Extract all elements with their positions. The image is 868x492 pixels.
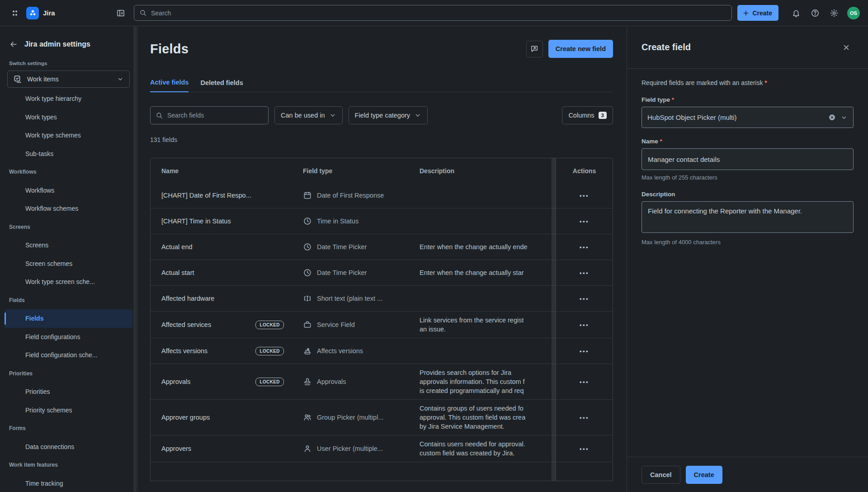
column-header-field-type[interactable]: Field type bbox=[292, 158, 409, 184]
field-type-text: Date of First Response bbox=[317, 192, 384, 199]
chevron-down-icon bbox=[840, 114, 848, 121]
field-type-text: Short text (plain text ... bbox=[317, 295, 382, 302]
name-label-text: Name bbox=[642, 138, 658, 145]
field-type-text: Affects versions bbox=[317, 347, 363, 355]
sidebar-item-work-types[interactable]: Work types bbox=[5, 108, 132, 127]
row-actions-button[interactable]: ••• bbox=[576, 377, 593, 387]
columns-button[interactable]: Columns 3 bbox=[562, 106, 613, 124]
search-icon bbox=[156, 112, 163, 119]
user-icon bbox=[303, 444, 312, 453]
app-grid-icon bbox=[11, 9, 19, 17]
row-actions-button[interactable]: ••• bbox=[576, 444, 593, 454]
sidebar-item-priority-schemes[interactable]: Priority schemes bbox=[5, 401, 132, 420]
table-row-approvals: ApprovalsLOCKEDApprovalsProvides search … bbox=[151, 364, 613, 399]
column-header-name[interactable]: Name bbox=[151, 158, 292, 184]
description-textarea[interactable]: Field for connecting the Reporter with t… bbox=[642, 201, 854, 233]
table-row-actual-start: Actual startDate Time PickerEnter when t… bbox=[151, 260, 613, 285]
table-row-affects-versions: Affects versionsLOCKEDAffects versions••… bbox=[151, 338, 613, 364]
sidebar-item-time-tracking[interactable]: Time tracking bbox=[5, 474, 132, 492]
column-header-description[interactable]: Description bbox=[409, 158, 556, 184]
user-avatar[interactable]: OS bbox=[847, 7, 860, 19]
row-actions-button[interactable]: ••• bbox=[576, 346, 593, 356]
field-type-label-text: Field type bbox=[642, 96, 670, 103]
table-row-approver-groups: Approver groupsGroup Picker (multipl...C… bbox=[151, 399, 613, 435]
search-fields[interactable] bbox=[150, 106, 269, 124]
sidebar-scrollbar[interactable] bbox=[133, 26, 137, 492]
sidebar-item-work-type-screen-sche[interactable]: Work type screen sche... bbox=[5, 273, 132, 291]
switch-settings-label: Switch settings bbox=[0, 61, 137, 66]
sidebar-item-workflow-schemes[interactable]: Workflow schemes bbox=[5, 199, 132, 218]
sidebar-item-screens[interactable]: Screens bbox=[5, 236, 132, 255]
settings-switcher[interactable]: Work items bbox=[7, 71, 130, 88]
sidebar-section-fields: Fields bbox=[0, 291, 137, 310]
back-arrow-icon[interactable] bbox=[9, 40, 18, 49]
row-actions-button[interactable]: ••• bbox=[576, 293, 593, 304]
service-icon bbox=[303, 320, 312, 329]
sidebar-item-fields[interactable]: Fields bbox=[5, 309, 132, 328]
field-type-select[interactable]: HubSpot Object Picker (multi) bbox=[642, 107, 854, 128]
table-scrollbar[interactable] bbox=[552, 158, 556, 481]
field-type-text: Date Time Picker bbox=[317, 269, 367, 276]
sidebar-item-work-type-hierarchy[interactable]: Work type hierarchy bbox=[5, 90, 132, 108]
sidebar-item-work-type-schemes[interactable]: Work type schemes bbox=[5, 126, 132, 145]
jira-logo[interactable]: Jira bbox=[26, 7, 55, 19]
field-type-category-filter[interactable]: Field type category bbox=[349, 106, 428, 124]
sidebar-nav: Work type hierarchyWork typesWork type s… bbox=[0, 90, 137, 492]
name-input[interactable] bbox=[642, 148, 854, 170]
sidebar-item-screen-schemes[interactable]: Screen schemes bbox=[5, 255, 132, 273]
settings-button[interactable] bbox=[826, 5, 842, 21]
cancel-button[interactable]: Cancel bbox=[642, 466, 680, 484]
global-create-label: Create bbox=[752, 9, 772, 17]
collapse-sidebar-button[interactable] bbox=[113, 5, 128, 21]
field-name: Affects versions bbox=[161, 347, 208, 355]
field-name: Affected hardware bbox=[161, 295, 214, 302]
field-name: Affected services bbox=[161, 321, 211, 328]
field-name: Approver groups bbox=[161, 414, 210, 421]
field-type-text: Service Field bbox=[317, 321, 355, 328]
sidebar-item-priorities[interactable]: Priorities bbox=[5, 383, 132, 401]
can-be-used-in-filter[interactable]: Can be used in bbox=[274, 106, 343, 124]
field-description bbox=[409, 286, 556, 311]
close-panel-button[interactable] bbox=[839, 40, 854, 55]
sidebar-section-screens: Screens bbox=[0, 218, 137, 237]
fields-count: 131 fields bbox=[150, 136, 613, 143]
panel-footer: Cancel Create bbox=[627, 457, 868, 492]
notifications-button[interactable] bbox=[788, 5, 804, 21]
row-actions-button[interactable]: ••• bbox=[576, 268, 593, 278]
required-asterisk: * bbox=[672, 96, 674, 103]
sidebar-item-sub-tasks[interactable]: Sub-tasks bbox=[5, 145, 132, 163]
feedback-button[interactable] bbox=[526, 41, 543, 57]
chevron-down-icon bbox=[414, 112, 421, 119]
row-actions-button[interactable]: ••• bbox=[576, 320, 593, 330]
short-text-icon bbox=[303, 294, 312, 303]
top-bar: Jira Create OS bbox=[0, 0, 868, 26]
row-actions-button[interactable]: ••• bbox=[576, 216, 593, 227]
global-search[interactable] bbox=[134, 5, 732, 21]
sidebar-item-data-connections[interactable]: Data connections bbox=[5, 438, 132, 456]
help-icon bbox=[811, 9, 820, 18]
global-search-input[interactable] bbox=[151, 9, 726, 17]
app-switcher-button[interactable] bbox=[7, 5, 23, 21]
search-fields-input[interactable] bbox=[167, 112, 263, 119]
create-field-submit-button[interactable]: Create bbox=[686, 466, 722, 484]
bell-icon bbox=[792, 9, 801, 18]
clear-selection-icon[interactable] bbox=[828, 114, 836, 121]
tab-active-fields[interactable]: Active fields bbox=[150, 79, 189, 92]
tab-deleted-fields[interactable]: Deleted fields bbox=[200, 79, 243, 92]
field-description: Enter when the change actually ende bbox=[409, 234, 556, 260]
sidebar-item-field-configuration-sche[interactable]: Field configuration sche... bbox=[5, 346, 132, 364]
fields-table: Name Field type Description Actions [CHA… bbox=[150, 158, 613, 481]
approvals-icon bbox=[303, 377, 312, 386]
chevron-down-icon bbox=[329, 112, 336, 119]
global-create-button[interactable]: Create bbox=[737, 5, 778, 21]
sidebar-item-workflows[interactable]: Workflows bbox=[5, 181, 132, 200]
name-label: Name * bbox=[642, 138, 854, 145]
table-row-partial bbox=[151, 462, 613, 481]
row-actions-button[interactable]: ••• bbox=[576, 412, 593, 423]
required-fields-note: Required fields are marked with an aster… bbox=[642, 79, 854, 86]
sidebar-item-field-configurations[interactable]: Field configurations bbox=[5, 328, 132, 346]
help-button[interactable] bbox=[807, 5, 823, 21]
row-actions-button[interactable]: ••• bbox=[576, 190, 593, 201]
create-new-field-button[interactable]: Create new field bbox=[548, 40, 613, 58]
row-actions-button[interactable]: ••• bbox=[576, 242, 593, 252]
